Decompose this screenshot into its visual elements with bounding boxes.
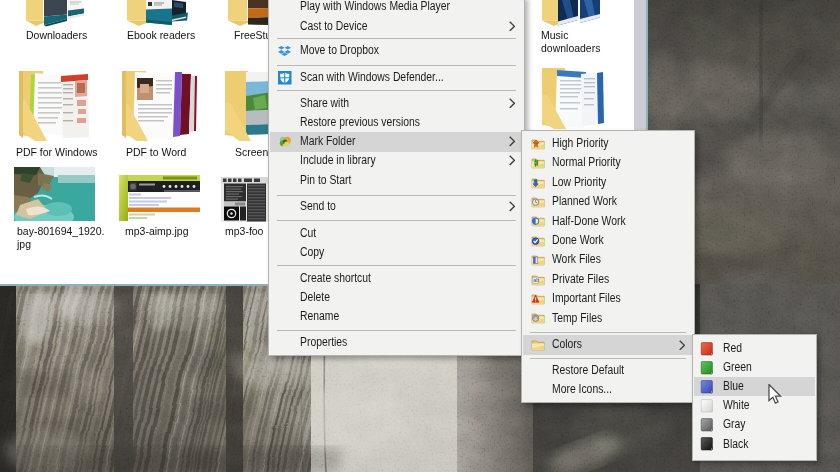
svg-text:ab: ab	[533, 277, 539, 283]
